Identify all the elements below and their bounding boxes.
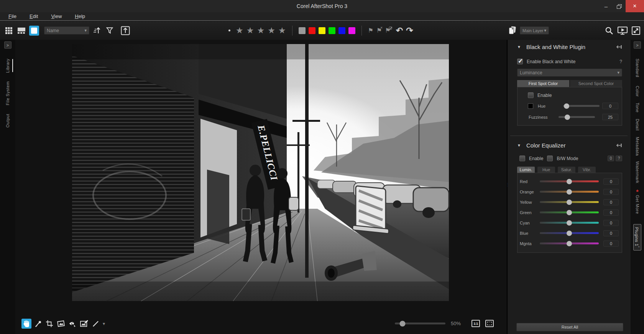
eq-magenta-slider[interactable] xyxy=(540,242,599,244)
eq-orange-handle[interactable] xyxy=(567,189,572,195)
crop-tool-button[interactable] xyxy=(44,319,54,329)
fuzziness-slider[interactable] xyxy=(559,116,595,118)
panel-tab-get-more[interactable]: Get More xyxy=(635,195,640,214)
pin-panel-icon[interactable] xyxy=(616,45,622,49)
tool-options-chevron[interactable]: ▾ xyxy=(103,321,105,326)
eq-orange-value[interactable]: 0 xyxy=(603,189,619,195)
fuzziness-slider-handle[interactable] xyxy=(565,115,570,120)
minimize-button[interactable]: – xyxy=(600,0,613,12)
star-rating-1[interactable]: ★ xyxy=(236,26,243,35)
eq-red-value[interactable]: 0 xyxy=(603,178,619,185)
image-canvas[interactable]: E.PELLICCI xyxy=(15,40,507,334)
eq-blue-value[interactable]: 0 xyxy=(603,230,619,236)
thumbnail-grid-view-button[interactable] xyxy=(4,26,14,36)
export-button[interactable] xyxy=(120,26,130,36)
equalizer-tab-luminance[interactable]: Lumin. xyxy=(517,167,535,173)
sidebar-tab-output[interactable]: Output xyxy=(5,114,10,128)
redeye-tool-button[interactable] xyxy=(67,319,77,329)
eq-cyan-slider[interactable] xyxy=(540,222,599,224)
eq-orange-slider[interactable] xyxy=(540,191,599,193)
eq-blue-slider[interactable] xyxy=(540,232,599,234)
retouch-tool-button[interactable] xyxy=(79,319,89,329)
sidebar-tab-file-system[interactable]: File System xyxy=(5,81,10,105)
equalizer-tab-vibrance[interactable]: Vibr. xyxy=(578,167,596,173)
label-swatch-blue[interactable] xyxy=(338,27,345,34)
redo-button[interactable]: ↷ xyxy=(406,26,413,35)
flag-pick-button[interactable]: ⚑ xyxy=(368,28,373,34)
menu-edit[interactable]: Edit xyxy=(30,13,38,19)
first-spot-color-tab[interactable]: First Spot Color xyxy=(517,80,569,87)
undo-button[interactable]: ↶ xyxy=(396,26,403,35)
panel-tab-plugins[interactable]: Plugins 1* xyxy=(633,224,642,250)
hue-slider-handle[interactable] xyxy=(564,103,569,109)
straighten-tool-button[interactable] xyxy=(56,319,66,329)
fuzziness-value[interactable]: 25 xyxy=(602,114,618,120)
panel-tab-color[interactable]: Color xyxy=(635,86,640,97)
flag-clear-button[interactable]: ⚑ xyxy=(385,28,390,34)
hue-value[interactable]: 0 xyxy=(602,103,618,109)
equalizer-enable-checkbox[interactable] xyxy=(519,156,525,161)
star-rating-5[interactable]: ★ xyxy=(278,26,286,35)
slideshow-icon[interactable] xyxy=(618,26,628,35)
clear-rating-dot[interactable] xyxy=(228,29,230,31)
flag-reject-button[interactable]: ⚑✕ xyxy=(376,28,382,34)
eq-cyan-handle[interactable] xyxy=(567,220,572,226)
sort-field-dropdown[interactable]: Name ▾ xyxy=(44,26,89,34)
fit-to-window-button[interactable] xyxy=(485,320,494,327)
equalizer-tab-saturation[interactable]: Satur. xyxy=(558,167,575,173)
eq-red-handle[interactable] xyxy=(567,179,572,184)
panel-tab-metadata[interactable]: Metadata xyxy=(635,137,640,156)
equalizer-tab-hue[interactable]: Hue xyxy=(537,167,555,173)
bw-mode-dropdown[interactable]: Luminance ▾ xyxy=(517,69,622,77)
filmstrip-view-button[interactable] xyxy=(16,26,26,36)
spot-enable-checkbox[interactable] xyxy=(528,92,534,98)
zoom-slider[interactable] xyxy=(395,323,445,324)
star-rating-4[interactable]: ★ xyxy=(268,26,275,35)
eq-yellow-slider[interactable] xyxy=(540,201,599,203)
photo-canvas[interactable]: E.PELLICCI xyxy=(72,44,449,301)
search-icon[interactable] xyxy=(605,26,613,35)
second-spot-color-tab[interactable]: Second Spot Color xyxy=(570,80,622,87)
color-picker-tool-button[interactable] xyxy=(33,319,43,329)
menu-help[interactable]: Help xyxy=(75,13,85,19)
filter-button[interactable] xyxy=(105,26,115,36)
equalizer-badge[interactable]: 0 xyxy=(608,156,614,161)
menu-view[interactable]: View xyxy=(51,13,62,19)
pan-tool-button[interactable] xyxy=(21,319,31,329)
panel-tab-watermark[interactable]: Watermark xyxy=(635,161,640,183)
label-swatch-green[interactable] xyxy=(329,27,335,34)
eq-blue-handle[interactable] xyxy=(567,231,572,236)
color-equalizer-header[interactable]: ▼ Color Equalizer xyxy=(517,142,622,149)
restore-button[interactable] xyxy=(613,0,626,12)
actual-size-button[interactable]: 1:1 xyxy=(472,320,480,327)
eq-magenta-handle[interactable] xyxy=(567,241,572,246)
eq-cyan-value[interactable]: 0 xyxy=(603,220,619,226)
label-swatch-red[interactable] xyxy=(309,27,315,34)
eq-red-slider[interactable] xyxy=(540,180,599,182)
expand-right-panel-button[interactable]: > xyxy=(634,41,641,49)
hue-slider[interactable] xyxy=(563,105,600,107)
hue-color-swatch[interactable] xyxy=(528,103,533,109)
star-rating-2[interactable]: ★ xyxy=(246,26,254,35)
close-button[interactable]: × xyxy=(626,0,644,12)
fullscreen-icon[interactable] xyxy=(632,26,640,35)
panel-tab-standard[interactable]: Standard xyxy=(635,59,640,77)
enable-bw-checkbox[interactable] xyxy=(517,59,523,64)
reset-all-button[interactable]: Reset All xyxy=(516,323,623,331)
sidebar-tab-library[interactable]: Library xyxy=(5,59,10,73)
bw-mode-checkbox[interactable] xyxy=(547,156,553,161)
pin-panel-icon[interactable] xyxy=(616,143,622,147)
star-rating-3[interactable]: ★ xyxy=(257,26,264,35)
eq-magenta-value[interactable]: 0 xyxy=(603,241,619,247)
label-swatch-magenta[interactable] xyxy=(348,27,355,34)
equalizer-help-button[interactable]: ? xyxy=(616,156,622,161)
panel-tab-detail[interactable]: Detail xyxy=(635,119,640,131)
single-image-view-button[interactable] xyxy=(29,26,39,36)
label-swatch-yellow[interactable] xyxy=(319,27,325,34)
bw-help-button[interactable]: ? xyxy=(619,59,622,64)
draw-line-tool-button[interactable] xyxy=(90,319,100,329)
eq-green-value[interactable]: 0 xyxy=(603,210,619,216)
eq-yellow-handle[interactable] xyxy=(567,200,572,205)
eq-yellow-value[interactable]: 0 xyxy=(603,199,619,205)
layer-dropdown[interactable]: Main Layer ▾ xyxy=(520,26,549,34)
